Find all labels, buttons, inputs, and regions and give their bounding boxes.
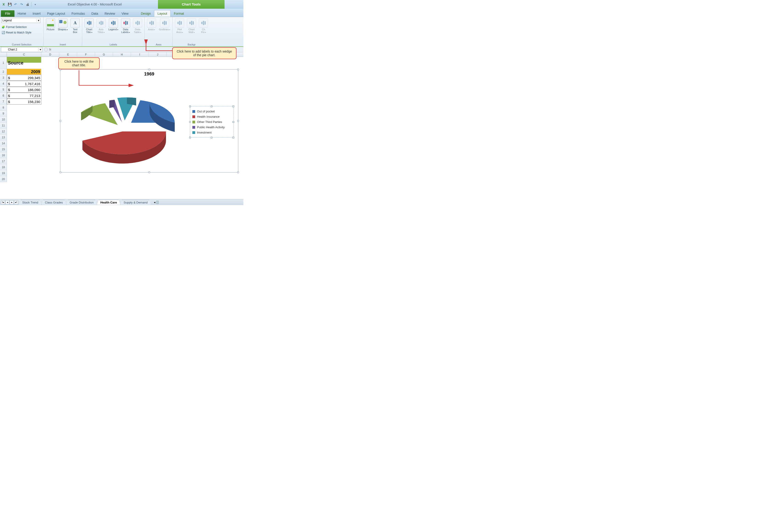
cell-C7[interactable]: $156,230 [7, 99, 41, 104]
resize-handle[interactable] [237, 171, 239, 173]
qat-customize-icon[interactable]: ▾ [32, 2, 38, 7]
cell-C5[interactable]: $186,090 [7, 87, 41, 93]
row-header[interactable]: 10 [0, 116, 7, 122]
row-header[interactable]: 2 [0, 69, 7, 75]
row-header[interactable]: 5 [0, 87, 7, 93]
legend-item[interactable]: Other Third Parties [192, 119, 231, 124]
col-header-H[interactable]: H [113, 52, 131, 57]
row-header[interactable]: 20 [0, 176, 7, 182]
tab-insert[interactable]: Insert [29, 10, 44, 17]
legend-item[interactable]: Out of pocket [192, 109, 231, 114]
chart-title[interactable]: 1969 [60, 69, 238, 77]
cell-C6[interactable]: $77,213 [7, 93, 41, 99]
embedded-chart[interactable]: 1969 [60, 69, 238, 173]
tab-layout[interactable]: Layout [154, 10, 171, 17]
resize-handle[interactable] [148, 171, 150, 173]
chevron-down-icon[interactable]: ▾ [36, 19, 40, 22]
tab-file[interactable]: File [1, 10, 14, 17]
quickprint-button[interactable]: 🖨 [25, 2, 30, 7]
horizontal-scrollbar[interactable]: ◂ [153, 201, 243, 204]
legend-button[interactable]: Legend [108, 18, 119, 31]
chevron-down-icon[interactable]: ▾ [38, 48, 42, 51]
resize-handle[interactable] [189, 137, 191, 138]
sheet-tab-active[interactable]: Health Care [97, 200, 120, 205]
tab-review[interactable]: Review [102, 10, 119, 17]
resize-handle[interactable] [233, 121, 234, 123]
row-header[interactable]: 12 [0, 128, 7, 135]
tab-home[interactable]: Home [14, 10, 29, 17]
fx-icon[interactable]: fx [49, 48, 51, 51]
row-header[interactable]: 6 [0, 93, 7, 99]
chart-legend[interactable]: Out of pocket Health Insurance Other Thi… [190, 106, 233, 138]
tab-format[interactable]: Format [171, 10, 187, 17]
row-header[interactable]: 9 [0, 110, 7, 116]
col-header-I[interactable]: I [131, 52, 149, 57]
row-header[interactable]: 4 [0, 81, 7, 87]
undo-button[interactable]: ↶ [13, 2, 18, 7]
format-selection-button[interactable]: 🧩 Format Selection [1, 25, 27, 29]
legend-item[interactable]: Investment [192, 130, 231, 135]
tab-data[interactable]: Data [88, 10, 102, 17]
resize-handle[interactable] [233, 105, 234, 107]
row-header[interactable]: 11 [0, 122, 7, 128]
tab-view[interactable]: View [118, 10, 132, 17]
row-header[interactable]: 1 [0, 57, 7, 69]
resize-handle[interactable] [211, 137, 212, 138]
legend-item[interactable]: Health Insurance [192, 114, 231, 119]
sheet-tab[interactable]: Supply & Demand [120, 200, 151, 205]
resize-handle[interactable] [189, 121, 191, 123]
pie-chart-3d[interactable] [67, 85, 182, 164]
resize-handle[interactable] [233, 137, 234, 138]
cancel-icon[interactable] [44, 48, 48, 51]
sheet-nav-last[interactable]: ▸I [14, 200, 18, 204]
col-header-C[interactable]: C [7, 52, 41, 57]
legend-item[interactable]: Public Health Activity [192, 124, 231, 130]
sheet-nav-first[interactable]: I◂ [1, 200, 5, 204]
cell-C3[interactable]: $299,345 [7, 75, 41, 81]
textbox-button[interactable]: AText Box [69, 18, 80, 34]
cell-C4[interactable]: $1,767,416 [7, 81, 41, 87]
row-header[interactable]: 18 [0, 164, 7, 170]
sheet-tab[interactable]: Class Grades [41, 200, 66, 205]
sheet-nav-next[interactable]: ▸ [10, 200, 14, 204]
reset-style-button[interactable]: 🔄 Reset to Match Style [1, 30, 31, 35]
col-header-G[interactable]: G [95, 52, 113, 57]
redo-button[interactable]: ↷ [19, 2, 24, 7]
col-header-E[interactable]: E [59, 52, 77, 57]
sheet-tab[interactable]: Stock Trend [19, 200, 41, 205]
tab-formulas[interactable]: Formulas [68, 10, 88, 17]
row-header[interactable]: 8 [0, 104, 7, 110]
resize-handle[interactable] [148, 69, 150, 70]
col-header-F[interactable]: F [77, 52, 95, 57]
resize-handle[interactable] [211, 105, 212, 107]
resize-handle[interactable] [237, 120, 239, 122]
cells-area[interactable]: Source 2009 $299,345 $1,767,416 $186,090… [7, 57, 243, 182]
resize-handle[interactable] [59, 120, 61, 122]
resize-handle[interactable] [59, 171, 61, 173]
row-header[interactable]: 3 [0, 75, 7, 81]
data-labels-button[interactable]: Data Labels [120, 18, 131, 34]
cell-C2[interactable]: 2009 [7, 69, 41, 75]
shapes-button[interactable]: Shapes [57, 18, 69, 31]
sheet-nav-prev[interactable]: ◂ [5, 200, 9, 204]
sheet-tab[interactable]: Grade Distribution [66, 200, 97, 205]
picture-button[interactable]: Picture [45, 18, 56, 31]
chart-element-selector[interactable]: Legend ▾ [1, 18, 40, 23]
tab-page-layout[interactable]: Page Layout [44, 10, 68, 17]
row-header[interactable]: 14 [0, 141, 7, 147]
resize-handle[interactable] [237, 69, 239, 70]
tab-design[interactable]: Design [138, 10, 154, 17]
row-header[interactable]: 16 [0, 152, 7, 158]
row-header[interactable]: 13 [0, 135, 7, 141]
name-box[interactable]: Chart 2 ▾ [1, 47, 42, 52]
cell-C1[interactable]: Source [7, 57, 41, 63]
resize-handle[interactable] [189, 105, 191, 107]
col-header-D[interactable]: D [41, 52, 59, 57]
row-header[interactable]: 17 [0, 158, 7, 164]
chart-title-button[interactable]: Chart Title [83, 18, 94, 34]
select-all-corner[interactable] [0, 52, 7, 57]
worksheet-grid[interactable]: C D E F G H I J K L M 1 2 3 4 5 6 7 8 9 … [0, 52, 243, 199]
save-button[interactable]: 💾 [7, 2, 12, 7]
row-header[interactable]: 19 [0, 170, 7, 176]
row-header[interactable]: 7 [0, 99, 7, 104]
